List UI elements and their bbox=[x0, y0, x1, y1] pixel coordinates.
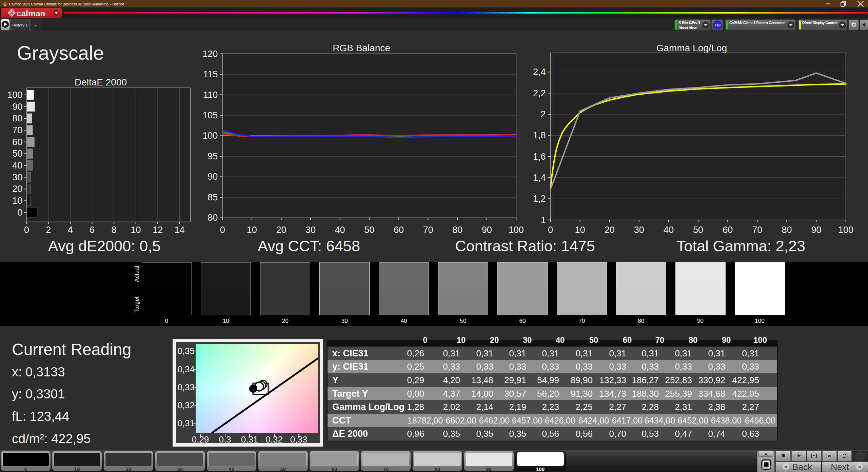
svg-text:14: 14 bbox=[175, 225, 185, 235]
svg-text:4: 4 bbox=[68, 225, 73, 235]
svg-text:1: 1 bbox=[540, 215, 546, 225]
svg-text:60: 60 bbox=[394, 225, 404, 235]
svg-text:120: 120 bbox=[202, 49, 218, 59]
svg-text:2,2: 2,2 bbox=[533, 88, 546, 98]
svg-text:60: 60 bbox=[723, 225, 733, 235]
svg-text:70: 70 bbox=[12, 125, 22, 135]
svg-text:∞: ∞ bbox=[828, 453, 831, 458]
svg-text:100: 100 bbox=[509, 225, 524, 235]
svg-text:20: 20 bbox=[276, 225, 286, 235]
svg-text:60: 60 bbox=[12, 137, 22, 147]
svg-text:50: 50 bbox=[364, 225, 374, 235]
svg-text:Gamma Log/Log: Gamma Log/Log bbox=[656, 43, 727, 53]
svg-text:12: 12 bbox=[153, 225, 163, 235]
svg-text:100: 100 bbox=[838, 225, 853, 235]
svg-text:6: 6 bbox=[90, 225, 95, 235]
svg-text:80: 80 bbox=[452, 225, 462, 235]
svg-text:20: 20 bbox=[12, 184, 22, 194]
svg-text:2: 2 bbox=[540, 109, 546, 119]
svg-text:95: 95 bbox=[208, 151, 218, 161]
svg-text:90: 90 bbox=[482, 225, 492, 235]
svg-text:«: « bbox=[784, 464, 787, 470]
svg-text:80: 80 bbox=[12, 113, 22, 123]
svg-text:10: 10 bbox=[247, 225, 257, 235]
svg-text:10: 10 bbox=[12, 196, 22, 206]
svg-text:1,6: 1,6 bbox=[533, 152, 546, 162]
svg-text:40: 40 bbox=[335, 225, 345, 235]
svg-text:100: 100 bbox=[7, 90, 22, 100]
svg-text:2,4: 2,4 bbox=[533, 67, 546, 77]
svg-text:0: 0 bbox=[548, 225, 553, 235]
svg-text:70: 70 bbox=[752, 225, 762, 235]
svg-text:40: 40 bbox=[664, 225, 674, 235]
svg-text:80: 80 bbox=[208, 213, 218, 223]
svg-text:718: 718 bbox=[714, 23, 721, 27]
svg-text:1,8: 1,8 bbox=[533, 130, 546, 140]
svg-text:20: 20 bbox=[605, 225, 615, 235]
svg-text:30: 30 bbox=[634, 225, 644, 235]
svg-text:85: 85 bbox=[208, 192, 218, 202]
svg-text:10: 10 bbox=[131, 225, 141, 235]
svg-text:80: 80 bbox=[782, 225, 792, 235]
svg-text:1,2: 1,2 bbox=[533, 194, 546, 204]
svg-text:2: 2 bbox=[46, 225, 51, 235]
svg-text:10: 10 bbox=[575, 225, 585, 235]
svg-text:90: 90 bbox=[12, 102, 22, 112]
svg-text:105: 105 bbox=[202, 110, 218, 120]
svg-text:30: 30 bbox=[12, 172, 22, 182]
svg-text:DeltaE 2000: DeltaE 2000 bbox=[75, 77, 127, 87]
svg-text:30: 30 bbox=[305, 225, 316, 235]
svg-text:110: 110 bbox=[203, 90, 218, 100]
svg-text:»: » bbox=[858, 464, 861, 470]
svg-text:70: 70 bbox=[423, 225, 433, 235]
svg-text:50: 50 bbox=[693, 225, 703, 235]
svg-text:0: 0 bbox=[24, 225, 29, 235]
svg-text:115: 115 bbox=[203, 69, 218, 79]
svg-text:90: 90 bbox=[811, 225, 821, 235]
svg-text:40: 40 bbox=[12, 160, 22, 171]
svg-text:8: 8 bbox=[112, 225, 117, 235]
svg-text:0: 0 bbox=[17, 208, 22, 218]
svg-text:1,4: 1,4 bbox=[533, 173, 546, 183]
svg-text:90: 90 bbox=[208, 172, 218, 182]
svg-text:0: 0 bbox=[220, 225, 225, 235]
svg-text:50: 50 bbox=[12, 149, 22, 159]
svg-text:RGB Balance: RGB Balance bbox=[333, 43, 390, 53]
svg-text:100: 100 bbox=[202, 131, 218, 141]
